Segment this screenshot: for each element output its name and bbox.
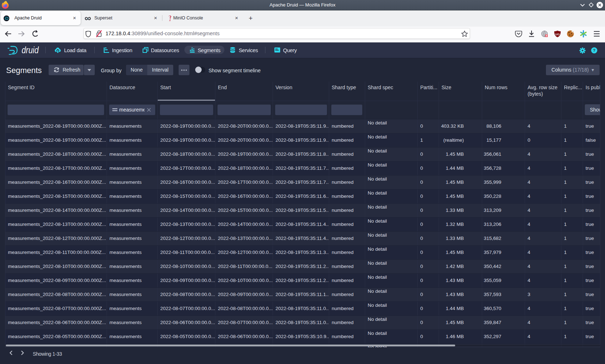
svg-text:?: ? [593, 48, 595, 53]
svg-text:UO: UO [555, 33, 560, 36]
